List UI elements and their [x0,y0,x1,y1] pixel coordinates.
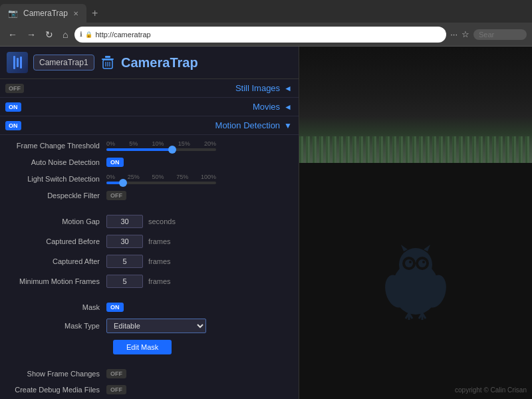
motion-detection-header[interactable]: ON Motion Detection ▼ [0,116,299,135]
camera-select-container: CameraTrap1 [33,55,94,70]
home-btn[interactable]: ⌂ [60,28,70,41]
active-tab[interactable]: 📷 CameraTrap ✕ [0,4,86,23]
logo-line-1 [13,56,15,69]
tab-title: CameraTrap [23,9,68,18]
despeckle-row: Despeckle Filter OFF [7,191,292,200]
address-bar[interactable]: ℹ 🔒 http://cameratrap [74,27,446,43]
svg-marker-16 [424,245,430,251]
new-tab-btn[interactable]: + [86,7,103,19]
min-motion-input[interactable] [106,275,143,288]
edit-mask-row: Edit Mask [7,340,292,354]
auto-noise-label: Auto Noise Detection [7,158,106,166]
captured-before-row: Captured Before frames [7,235,292,248]
http-icon: 🔒 [85,31,92,38]
captured-before-input[interactable] [106,235,143,248]
motion-gap-label: Motion Gap [7,217,106,225]
mask-row: Mask ON [7,303,292,312]
debug-media-label: Create Debug Media Files [7,386,106,394]
motion-detection-toggle[interactable]: ON [5,121,21,130]
captured-after-label: Captured After [7,257,106,265]
light-switch-control: 0% 25% 50% 75% 100% [106,174,292,184]
despeckle-label: Despeckle Filter [7,192,106,200]
frame-change-label: Frame Change Threshold [7,142,106,150]
grass-overlay [299,136,532,163]
mask-type-select[interactable]: Editable Fixed None [106,319,206,333]
logo-line-3 [20,57,22,68]
preview-bg [299,47,532,163]
mask-label: Mask [7,303,106,311]
min-motion-control: frames [106,275,292,288]
delete-camera-btn[interactable] [100,55,116,70]
despeckle-toggle[interactable]: OFF [106,191,126,200]
svg-point-10 [405,259,413,267]
forward-btn[interactable]: → [24,28,39,41]
motion-detection-arrow: ▼ [284,121,292,130]
captured-after-input[interactable] [106,255,143,268]
still-images-arrow: ◄ [284,84,292,93]
motion-gap-unit: seconds [148,217,176,225]
frame-change-slider-wrapper: 0% 5% 10% 15% 20% [106,140,216,151]
search-input[interactable] [473,29,527,40]
svg-point-13 [422,261,425,263]
bookmark-btn[interactable]: ☆ [462,29,469,39]
movies-section[interactable]: ON Movies ◄ [0,98,299,116]
tab-bar: 📷 CameraTrap ✕ + [0,0,532,23]
app-title: CameraTrap [121,55,198,70]
frame-slider-labels: 0% 5% 10% 15% 20% [106,140,216,147]
camera-dropdown[interactable]: CameraTrap1 [33,55,94,70]
debug-media-toggle[interactable]: OFF [106,385,126,394]
refresh-btn[interactable]: ↻ [43,28,56,41]
motion-gap-row: Motion Gap seconds [7,215,292,228]
svg-point-11 [418,259,426,267]
mask-control: ON [106,303,292,312]
app-logo [7,52,28,73]
svg-point-12 [409,261,412,263]
auto-noise-toggle[interactable]: ON [106,158,124,167]
menu-dots-btn[interactable]: ··· [450,29,458,39]
motion-detection-section: ON Motion Detection ▼ Frame Change Thres… [0,116,299,399]
movies-arrow: ◄ [284,102,292,112]
browser-chrome: 📷 CameraTrap ✕ + ← → ↻ ⌂ ℹ 🔒 http://came… [0,0,532,47]
watermark-area: copyright © Calin Crisan [299,163,532,399]
show-frame-control: OFF [106,369,292,378]
light-switch-track[interactable] [106,182,216,184]
motion-detection-label: Motion Detection [215,120,281,130]
logo-graphic [13,56,22,69]
motion-gap-control: seconds [106,215,292,228]
despeckle-control: OFF [106,191,292,200]
captured-before-label: Captured Before [7,237,106,245]
tab-close-btn[interactable]: ✕ [73,10,78,17]
app-container: CameraTrap1 CameraTrap OFF Still Images … [0,47,532,399]
edit-mask-btn[interactable]: Edit Mask [113,340,172,354]
captured-after-control: frames [106,255,292,268]
back-btn[interactable]: ← [5,28,20,41]
nav-actions: ··· ☆ [450,29,469,39]
mask-toggle[interactable]: ON [106,303,124,312]
svg-rect-1 [105,56,110,58]
svg-marker-15 [401,245,408,251]
light-switch-row: Light Switch Detection 0% 25% 50% 75% 10… [7,174,292,184]
light-switch-slider-wrapper: 0% 25% 50% 75% 100% [106,174,216,184]
frame-change-row: Frame Change Threshold 0% 5% 10% 15% 20% [7,140,292,151]
motion-gap-input[interactable] [106,215,143,228]
address-text: http://cameratrap [95,31,441,39]
captured-after-row: Captured After frames [7,255,292,268]
light-switch-label: Light Switch Detection [7,175,106,183]
still-images-section[interactable]: OFF Still Images ◄ [0,79,299,98]
mask-type-control: Editable Fixed None [106,319,292,333]
app-header: CameraTrap1 CameraTrap [0,47,299,79]
show-frame-toggle[interactable]: OFF [106,369,126,378]
owl-watermark [376,241,456,321]
motion-settings-area: Frame Change Threshold 0% 5% 10% 15% 20% [0,135,299,399]
tab-favicon: 📷 [8,9,18,18]
frame-change-track[interactable] [106,148,216,151]
auto-noise-row: Auto Noise Detection ON [7,158,292,167]
still-images-toggle[interactable]: OFF [5,84,24,93]
auto-noise-control: ON [106,158,292,167]
still-images-label: Still Images [235,83,280,93]
edit-mask-control: Edit Mask [106,340,292,354]
copyright-text: copyright © Calin Crisan [455,386,527,394]
camera-preview [299,47,532,163]
debug-media-control: OFF [106,385,292,394]
movies-toggle[interactable]: ON [5,102,21,112]
